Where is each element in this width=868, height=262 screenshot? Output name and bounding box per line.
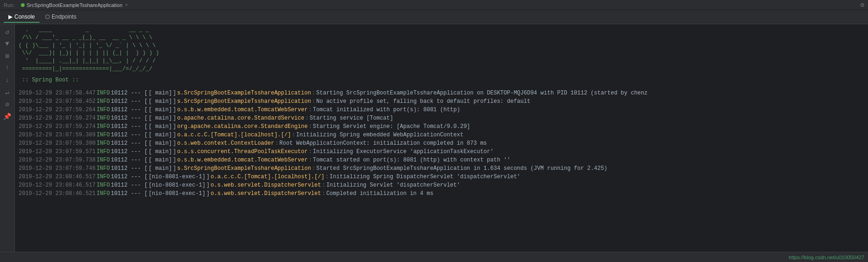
log-line: 2019-12-29 23:07:58.447 INFO 10112 --- […	[19, 89, 864, 97]
wrap-button[interactable]: ↵	[1, 87, 14, 98]
log-pid: 10112 --- [	[111, 156, 147, 164]
log-bracket: ]	[173, 89, 176, 97]
log-colon: :	[309, 148, 312, 156]
scroll-down-button[interactable]: ↓	[1, 74, 14, 86]
log-class: o.s.web.servlet.DispatcherServlet	[210, 189, 321, 198]
log-timestamp: 2019-12-29 23:08:46.517	[19, 173, 96, 181]
log-thread: [nio-8081-exec-1]	[149, 181, 205, 189]
log-timestamp: 2019-12-29 23:07:59.274	[19, 114, 96, 122]
clear-button[interactable]: ⊘	[1, 99, 14, 110]
log-line: 2019-12-29 23:07:59.738 INFO 10112 --- […	[19, 156, 864, 164]
log-pid: 10112 --- [	[111, 122, 147, 131]
log-timestamp: 2019-12-29 23:07:59.390	[19, 139, 96, 148]
log-bracket: ]	[173, 148, 176, 156]
log-timestamp: 2019-12-29 23:08:46.517	[19, 181, 96, 189]
log-line: 2019-12-29 23:07:59.389 INFO 10112 --- […	[19, 131, 864, 139]
log-colon: :	[309, 156, 312, 164]
log-thread: [nio-8081-exec-1]	[149, 173, 205, 181]
log-bracket: ]	[206, 189, 210, 198]
tab-endpoints[interactable]: ⬡ Endpoints	[40, 12, 81, 23]
log-level: INFO	[97, 89, 110, 97]
spring-ascii-art: . ____ _ __ _ _ /\\ / ___'_ __ _ _(_)_ _…	[19, 26, 864, 73]
log-bracket: ]	[206, 173, 210, 181]
log-thread: [ main]	[149, 139, 172, 148]
log-colon: :	[309, 106, 312, 114]
toolbar: ▶ Console ⬡ Endpoints	[0, 10, 868, 24]
log-message: Completed initialization in 4 ms	[326, 189, 433, 198]
log-pid: 10112 --- [	[111, 173, 147, 181]
log-colon: :	[292, 131, 295, 139]
pin-button[interactable]: 📌	[1, 111, 14, 122]
log-message: Initializing Servlet 'dispatcherServlet'	[326, 181, 460, 189]
log-pid: 10112 --- [	[111, 114, 147, 122]
restore-button[interactable]: ⊞	[1, 50, 14, 61]
app-tab[interactable]: SrcSpringBootExampleTsshareApplication ×	[17, 1, 132, 9]
log-bracket: ]	[173, 114, 176, 122]
log-bracket: ]	[173, 139, 176, 148]
log-bracket: ]	[173, 97, 176, 106]
log-level: INFO	[97, 164, 110, 173]
log-thread: [ main]	[149, 106, 172, 114]
spring-boot-label: :: Spring Boot ::	[19, 77, 864, 83]
log-line: 2019-12-29 23:07:59.274 INFO 10112 --- […	[19, 122, 864, 131]
log-colon: :	[312, 164, 315, 173]
log-thread: [ main]	[149, 114, 172, 122]
log-timestamp: 2019-12-29 23:07:59.274	[19, 122, 96, 131]
log-pid: 10112 --- [	[111, 89, 147, 97]
log-timestamp: 2019-12-29 23:07:59.264	[19, 106, 96, 114]
log-thread: [ main]	[149, 131, 172, 139]
log-thread: [nio-8081-exec-1]	[149, 189, 205, 198]
log-class: o.s.web.servlet.DispatcherServlet	[210, 181, 321, 189]
log-colon: :	[275, 139, 278, 148]
log-colon: :	[322, 189, 325, 198]
log-class: o.a.c.c.C.[Tomcat].[localhost].[/]	[210, 173, 324, 181]
tab-console[interactable]: ▶ Console	[4, 12, 39, 23]
log-class: o.s.b.w.embedded.tomcat.TomcatWebServer	[177, 106, 308, 114]
log-line: 2019-12-29 23:08:46.517 INFO 10112 --- […	[19, 181, 864, 189]
stop-button[interactable]: ▼	[1, 38, 14, 49]
log-timestamp: 2019-12-29 23:07:59.746	[19, 164, 96, 173]
log-message: Tomcat initialized with port(s): 8081 (h…	[313, 106, 460, 114]
console-area[interactable]: . ____ _ __ _ _ /\\ / ___'_ __ _ _(_)_ _…	[15, 24, 868, 252]
log-pid: 10112 --- [	[111, 148, 147, 156]
log-colon: :	[325, 173, 329, 181]
log-thread: [ main]	[149, 89, 172, 97]
log-level: INFO	[97, 114, 110, 122]
log-bracket: ]	[173, 106, 176, 114]
title-bar: Run: SrcSpringBootExampleTsshareApplicat…	[0, 0, 868, 10]
log-line: 2019-12-29 23:07:59.390 INFO 10112 --- […	[19, 139, 864, 148]
log-class: org.apache.catalina.core.StandardEngine	[177, 122, 308, 131]
main-content: ↺ ▼ ⊞ ↑ ↓ ↵ ⊘ 📌 . ____ _ __ _ _ /\\ / __…	[0, 24, 868, 252]
log-pid: 10112 --- [	[111, 139, 147, 148]
log-line: 2019-12-29 23:07:59.274 INFO 10112 --- […	[19, 114, 864, 122]
endpoints-tab-label: Endpoints	[52, 13, 76, 20]
log-class: s.SrcSpringBootExampleTsshareApplication	[177, 89, 311, 97]
console-tab-label: Console	[14, 13, 35, 20]
log-line: 2019-12-29 23:07:59.264 INFO 10112 --- […	[19, 106, 864, 114]
log-bracket: ]	[206, 181, 210, 189]
scroll-up-button[interactable]: ↑	[1, 62, 14, 74]
left-sidebar: ↺ ▼ ⊞ ↑ ↓ ↵ ⊘ 📌	[0, 24, 15, 252]
log-class: o.s.web.context.ContextLoader	[177, 139, 274, 148]
log-line: 2019-12-29 23:07:58.452 INFO 10112 --- […	[19, 97, 864, 106]
log-pid: 10112 --- [	[111, 164, 147, 173]
log-message: Initializing Spring DispatcherServlet 'd…	[329, 173, 520, 181]
settings-icon[interactable]: ⚙	[861, 1, 864, 9]
log-message: Initializing Spring embedded WebApplicat…	[296, 131, 463, 139]
log-class: o.apache.catalina.core.StandardService	[177, 114, 304, 122]
log-level: INFO	[97, 189, 110, 198]
log-container: 2019-12-29 23:07:58.447 INFO 10112 --- […	[19, 89, 864, 198]
log-colon: :	[309, 122, 312, 131]
log-colon: :	[312, 89, 315, 97]
run-label: Run:	[4, 2, 14, 8]
tab-close-icon[interactable]: ×	[125, 2, 128, 7]
log-class: o.a.c.c.C.[Tomcat].[localhost].[/]	[177, 131, 291, 139]
status-bar: https://blog.csdn.net/u010050427	[0, 252, 868, 262]
log-colon: :	[312, 97, 315, 106]
title-bar-right: ⚙	[861, 1, 864, 9]
log-class: s.SrcSpringBootExampleTsshareApplication	[177, 164, 311, 173]
log-message: Root WebApplicationContext: initializati…	[279, 139, 487, 148]
log-thread: [ main]	[149, 164, 172, 173]
log-bracket: ]	[173, 164, 176, 173]
restart-button[interactable]: ↺	[1, 26, 14, 37]
